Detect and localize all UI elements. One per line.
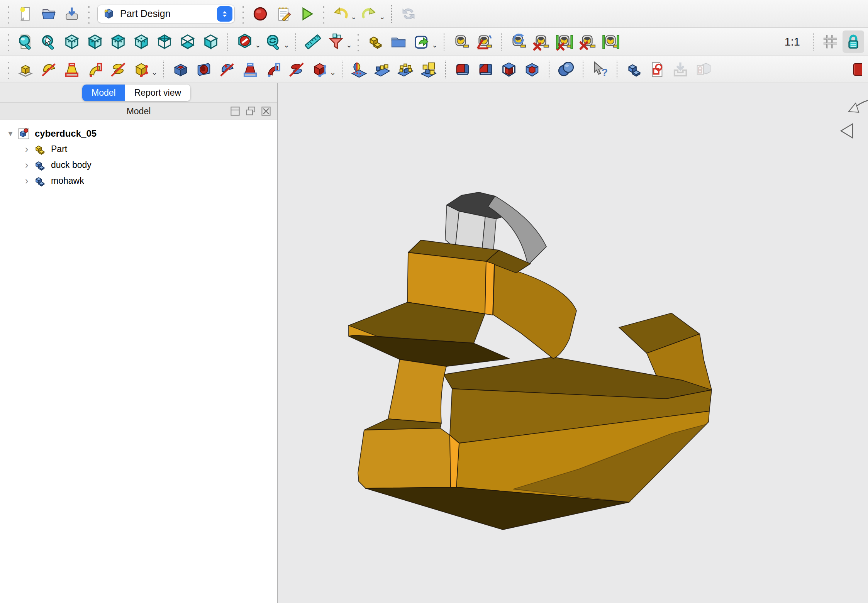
create-body-button[interactable]	[623, 58, 645, 81]
dropdown-chevron-icon[interactable]: ⌄	[379, 12, 385, 21]
workbench-selector[interactable]: Part Design	[97, 5, 235, 23]
toolbar-partdesign: ⌄⌄?	[0, 56, 868, 83]
fillet-button[interactable]	[452, 58, 473, 81]
view-rear-button[interactable]	[154, 30, 175, 53]
thickness-button[interactable]	[521, 58, 543, 81]
linear-pattern-button[interactable]	[371, 58, 393, 81]
float-panel-button[interactable]	[245, 105, 256, 117]
toolbar-drag-handle[interactable]	[356, 32, 361, 51]
create-sketch-icon	[648, 61, 666, 78]
view-right-button[interactable]	[131, 30, 152, 53]
additive-loft-button[interactable]	[61, 58, 83, 81]
macro-record-button[interactable]	[249, 3, 271, 25]
view-front-button[interactable]	[84, 30, 106, 53]
dropdown-chevron-icon[interactable]: ⌄	[255, 41, 261, 49]
tree-item-duck-body[interactable]: ›duck body	[0, 157, 277, 173]
groove-button[interactable]	[216, 58, 238, 81]
toolbar-drag-handle[interactable]	[321, 4, 326, 24]
draft-button[interactable]	[498, 58, 520, 81]
dropdown-chevron-icon[interactable]: ⌄	[351, 12, 357, 21]
edge-clipped-button[interactable]	[843, 58, 864, 81]
stepper-icon[interactable]	[217, 6, 232, 22]
revolution-button[interactable]	[38, 58, 59, 81]
dropdown-chevron-icon[interactable]: ⌄	[283, 41, 290, 49]
tab-report-view[interactable]: Report view	[125, 85, 190, 101]
measure-angular-button[interactable]	[473, 30, 495, 53]
macro-edit-button[interactable]	[273, 3, 294, 25]
subtractive-loft-button[interactable]	[239, 58, 261, 81]
toolbar-separator	[617, 61, 617, 78]
subtractive-primitives-button[interactable]	[309, 58, 331, 81]
subtractive-pipe-button[interactable]	[263, 58, 284, 81]
navigation-cube[interactable]: LE	[829, 93, 868, 161]
tree-expander-icon[interactable]: ▾	[4, 129, 17, 139]
measure-toggle-delta-button[interactable]	[600, 30, 622, 53]
undo-button[interactable]	[330, 3, 351, 25]
tree-item-mohawk[interactable]: ›mohawk	[0, 173, 277, 189]
dropdown-chevron-icon[interactable]: ⌄	[151, 68, 158, 77]
tree-item-cyberduck-05[interactable]: ▾cyberduck_05	[0, 125, 277, 141]
chamfer-button[interactable]	[475, 58, 497, 81]
refresh-button[interactable]	[398, 3, 419, 25]
toolbar-drag-handle[interactable]	[6, 32, 11, 51]
measure-toggle-all-button[interactable]	[554, 30, 575, 53]
macro-play-button[interactable]	[296, 3, 317, 25]
selection-filter-button[interactable]	[325, 30, 347, 53]
tree-expander-icon[interactable]: ›	[20, 143, 33, 155]
multi-transform-button[interactable]	[418, 58, 439, 81]
open-file-button[interactable]	[38, 3, 59, 25]
tree-item-part[interactable]: ›Part	[0, 141, 277, 157]
dropdown-chevron-icon[interactable]: ⌄	[330, 68, 336, 77]
hole-button[interactable]	[193, 58, 215, 81]
view-axonometric-button[interactable]	[61, 30, 83, 53]
grid-button[interactable]	[819, 30, 841, 53]
new-file-button[interactable]	[15, 3, 36, 25]
view-rear-icon	[156, 33, 173, 51]
create-group-button[interactable]	[388, 30, 409, 53]
redo-button[interactable]	[358, 3, 380, 25]
view-left-button[interactable]	[200, 30, 222, 53]
tree-expander-icon[interactable]: ›	[20, 175, 33, 187]
measure-refresh-button[interactable]	[507, 30, 529, 53]
toolbar-drag-handle[interactable]	[241, 4, 246, 24]
dropdown-chevron-icon[interactable]: ⌄	[432, 41, 438, 49]
tab-model[interactable]: Model	[82, 85, 125, 101]
additive-pipe-button[interactable]	[84, 58, 106, 81]
whats-this-button[interactable]: ?	[589, 58, 611, 81]
duck-model[interactable]	[278, 83, 868, 603]
view-top-button[interactable]	[107, 30, 129, 53]
lock-toolbars-button[interactable]	[843, 30, 864, 53]
tree-expander-icon[interactable]: ›	[20, 159, 33, 171]
create-part-button[interactable]	[364, 30, 386, 53]
pad-button[interactable]	[15, 58, 36, 81]
measure-distance-button[interactable]	[302, 30, 324, 53]
view-rotation-button[interactable]	[263, 30, 284, 53]
fit-all-button[interactable]	[15, 30, 36, 53]
polar-pattern-button[interactable]	[395, 58, 416, 81]
draw-style-button[interactable]	[234, 30, 256, 53]
3d-viewport[interactable]: LE	[278, 83, 868, 603]
leave-sketch-button[interactable]	[670, 58, 691, 81]
additive-primitives-button[interactable]	[131, 58, 152, 81]
view-bottom-button[interactable]	[177, 30, 198, 53]
measure-clear-all-button[interactable]	[531, 30, 552, 53]
pocket-button[interactable]	[170, 58, 192, 81]
duck-neck-geometry	[388, 359, 446, 423]
create-sketch-button[interactable]	[646, 58, 668, 81]
close-panel-button[interactable]	[260, 105, 272, 117]
mirrored-button[interactable]	[348, 58, 370, 81]
fit-selection-button[interactable]	[38, 30, 59, 53]
dock-panel-button[interactable]	[229, 105, 241, 117]
toolbar-drag-handle[interactable]	[6, 4, 11, 24]
map-sketch-to-face-button[interactable]	[693, 58, 714, 81]
measure-linear-button[interactable]	[450, 30, 472, 53]
make-link-button[interactable]	[411, 30, 432, 53]
save-file-button[interactable]	[61, 3, 83, 25]
additive-helix-button[interactable]	[107, 58, 129, 81]
dropdown-chevron-icon[interactable]: ⌄	[346, 41, 352, 49]
measure-toggle-3d-button[interactable]	[577, 30, 598, 53]
subtractive-helix-button[interactable]	[286, 58, 307, 81]
toolbar-drag-handle[interactable]	[6, 60, 11, 79]
toolbar-drag-handle[interactable]	[86, 4, 91, 24]
boolean-operation-button[interactable]	[555, 58, 577, 81]
